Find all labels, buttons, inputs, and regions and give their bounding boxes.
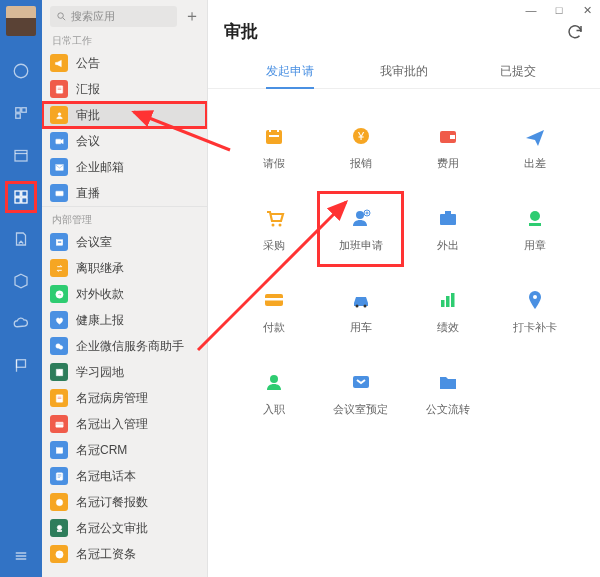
app-tile-label: 用章 [524,238,546,253]
svg-rect-42 [440,214,456,225]
svg-rect-23 [56,447,62,453]
wallet-icon [436,124,460,148]
rail-box[interactable] [7,267,35,295]
app-tile[interactable]: 会议室预定 [317,355,404,431]
avatar[interactable] [6,6,36,36]
sidebar-item-label: 离职继承 [76,260,124,277]
svg-rect-24 [56,472,62,479]
box-icon [12,272,30,290]
doc-icon [50,389,68,407]
minimize-button[interactable]: — [524,4,538,16]
app-tile[interactable]: 绩效 [404,273,491,349]
sidebar-item-label: 名冠工资条 [76,546,136,563]
app-tile[interactable]: 请假 [230,109,317,185]
svg-rect-51 [446,296,450,307]
rail-calendar[interactable] [7,141,35,169]
sidebar-item[interactable]: 名冠公文审批 [42,515,207,541]
rail-apps[interactable] [7,183,35,211]
sidebar-item-label: 会议 [76,133,100,150]
rail-contacts[interactable] [7,99,35,127]
rail-flag[interactable] [7,351,35,379]
tab[interactable]: 发起申请 [233,55,347,88]
sidebar-item[interactable]: 学习园地 [42,359,207,385]
svg-rect-2 [22,108,27,113]
phone-icon [50,467,68,485]
app-tile[interactable]: ¥报销 [317,109,404,185]
meal-icon [50,493,68,511]
app-tile[interactable]: 出差 [491,109,578,185]
cloud-icon [12,314,30,332]
tab[interactable]: 已提交 [461,55,575,88]
app-tile-label: 付款 [263,320,285,335]
svg-rect-17 [57,241,61,243]
sidebar-item[interactable]: 名冠电话本 [42,463,207,489]
refresh-button[interactable] [566,23,584,41]
sidebar-item[interactable]: 会议 [42,128,207,154]
main-panel: — □ ✕ 审批 发起申请我审批的已提交 请假¥报销费用出差采购加班申请外出用章… [208,0,600,577]
maximize-button[interactable]: □ [552,4,566,16]
sidebar-item[interactable]: 会议室 [42,229,207,255]
svg-rect-14 [55,164,62,170]
crm-icon [50,441,68,459]
wx-icon [50,337,68,355]
sidebar-item[interactable]: 企业邮箱 [42,154,207,180]
svg-point-10 [58,13,64,19]
sidebar-item-label: 学习园地 [76,364,124,381]
sidebar-item[interactable]: 名冠病房管理 [42,385,207,411]
rail-docs[interactable] [7,225,35,253]
svg-rect-7 [15,198,20,203]
sidebar-section-title: 日常工作 [42,31,207,50]
svg-rect-37 [450,135,455,139]
swap-icon [50,259,68,277]
app-sidebar: 搜索应用 ＋ 日常工作公告汇报审批会议企业邮箱直播内部管理会议室离职继承对外收款… [42,0,208,577]
coin-icon: ¥ [349,124,373,148]
rail-menu[interactable] [7,542,35,570]
sidebar-item[interactable]: 企业微信服务商助手 [42,333,207,359]
rail-chat[interactable] [7,57,35,85]
app-tile[interactable]: 加班申请 [317,191,404,267]
sidebar-item[interactable]: 名冠CRM [42,437,207,463]
svg-point-20 [59,345,63,349]
app-tile[interactable]: 外出 [404,191,491,267]
sidebar-item[interactable]: 汇报 [42,76,207,102]
sidebar-item[interactable]: 审批 [42,102,207,128]
app-tile-label: 打卡补卡 [513,320,557,335]
sidebar-item[interactable]: 离职继承 [42,255,207,281]
tab[interactable]: 我审批的 [347,55,461,88]
add-app-button[interactable]: ＋ [183,8,201,26]
app-tile[interactable]: 入职 [230,355,317,431]
svg-rect-6 [22,191,27,196]
svg-point-39 [278,223,281,226]
svg-point-38 [271,223,274,226]
room-icon [50,233,68,251]
app-tile-label: 报销 [350,156,372,171]
app-tile-label: 会议室预定 [333,402,388,417]
app-tile[interactable]: 打卡补卡 [491,273,578,349]
sidebar-item[interactable]: 健康上报 [42,307,207,333]
stamp-icon [50,519,68,537]
book-icon [50,363,68,381]
sidebar-item-label: 企业微信服务商助手 [76,338,184,355]
sidebar-item[interactable]: 名冠订餐报数 [42,489,207,515]
svg-rect-1 [16,108,21,113]
close-button[interactable]: ✕ [580,4,594,17]
sidebar-item[interactable]: ¥名冠工资条 [42,541,207,567]
doc-icon [50,80,68,98]
app-tile[interactable]: 采购 [230,191,317,267]
svg-rect-43 [445,211,451,214]
app-tile[interactable]: 费用 [404,109,491,185]
sidebar-item[interactable]: 名冠出入管理 [42,411,207,437]
app-tile[interactable]: 付款 [230,273,317,349]
rail-cloud[interactable] [7,309,35,337]
search-icon [56,11,67,22]
apps-icon [12,188,30,206]
sidebar-item-label: 公告 [76,55,100,72]
sidebar-item[interactable]: 直播 [42,180,207,206]
video-icon [50,132,68,150]
sidebar-item[interactable]: 对外收款 [42,281,207,307]
sidebar-item[interactable]: 公告 [42,50,207,76]
app-tile[interactable]: 用章 [491,191,578,267]
app-tile[interactable]: 用车 [317,273,404,349]
search-input[interactable]: 搜索应用 [50,6,177,27]
app-tile[interactable]: 公文流转 [404,355,491,431]
